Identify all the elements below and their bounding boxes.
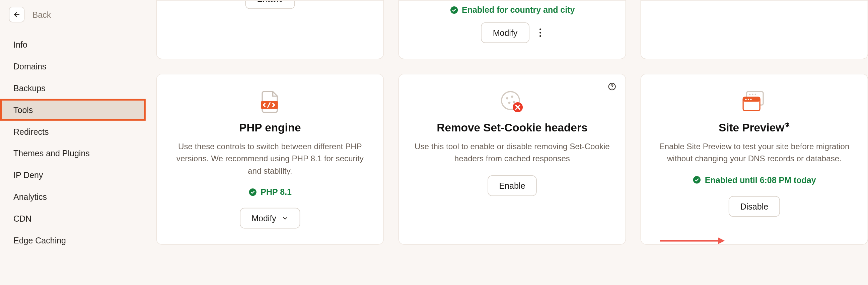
sidebar-item-cdn[interactable]: CDN bbox=[0, 208, 145, 230]
enable-button-partial[interactable]: Enable bbox=[245, 0, 295, 9]
partial-card-2: Enabled for country and city Modify bbox=[399, 0, 626, 59]
check-circle-icon bbox=[248, 188, 257, 197]
preview-title: Site Preview⚗ bbox=[719, 121, 790, 134]
check-circle-icon bbox=[692, 175, 702, 184]
sidebar-item-edgecaching[interactable]: Edge Caching bbox=[0, 230, 145, 252]
back-arrow-icon bbox=[13, 11, 21, 19]
back-nav: Back bbox=[0, 7, 145, 33]
svg-point-7 bbox=[506, 97, 508, 99]
php-status-text: PHP 8.1 bbox=[260, 188, 292, 197]
callout-arrow-icon bbox=[660, 237, 725, 244]
modify-row: Modify bbox=[481, 23, 543, 43]
sidebar-item-analytics[interactable]: Analytics bbox=[0, 186, 145, 208]
card-php-engine: PHP engine Use these controls to switch … bbox=[156, 74, 384, 245]
svg-point-5 bbox=[612, 88, 612, 88]
php-modify-label: Modify bbox=[251, 213, 276, 223]
card-site-preview: Site Preview⚗ Enable Site Preview to tes… bbox=[641, 74, 868, 245]
cookie-remove-icon bbox=[500, 90, 524, 113]
sidebar-item-redirects[interactable]: Redirects bbox=[0, 121, 145, 142]
partial-card-1: Enable bbox=[156, 0, 384, 59]
modify-button-geo[interactable]: Modify bbox=[481, 23, 529, 43]
site-preview-icon bbox=[741, 90, 768, 113]
main-content: Enable Enabled for country and city Modi… bbox=[145, 0, 868, 285]
cookie-desc: Use this tool to enable or disable remov… bbox=[412, 141, 612, 165]
sidebar-item-ipdeny[interactable]: IP Deny bbox=[0, 164, 145, 186]
php-status: PHP 8.1 bbox=[248, 188, 292, 197]
kebab-menu[interactable] bbox=[537, 26, 543, 39]
preview-status-text: Enabled until 6:08 PM today bbox=[705, 175, 816, 184]
svg-point-20 bbox=[750, 98, 751, 100]
svg-point-15 bbox=[755, 93, 756, 95]
partial-card-3 bbox=[641, 0, 868, 59]
sidebar-item-tools[interactable]: Tools bbox=[0, 99, 146, 121]
status-text: Enabled for country and city bbox=[462, 5, 575, 15]
svg-point-10 bbox=[513, 101, 515, 104]
php-file-icon bbox=[260, 90, 280, 113]
chevron-down-icon bbox=[282, 215, 288, 222]
sidebar-item-domains[interactable]: Domains bbox=[0, 55, 145, 77]
php-modify-button[interactable]: Modify bbox=[240, 208, 300, 229]
svg-point-9 bbox=[508, 102, 511, 104]
svg-point-8 bbox=[511, 95, 514, 98]
preview-disable-button[interactable]: Disable bbox=[729, 196, 780, 217]
svg-marker-23 bbox=[718, 237, 725, 244]
cookie-enable-button[interactable]: Enable bbox=[487, 175, 537, 196]
help-icon[interactable] bbox=[608, 82, 617, 91]
beta-flask-icon: ⚗ bbox=[784, 121, 790, 128]
preview-desc: Enable Site Preview to test your site be… bbox=[654, 141, 854, 165]
php-desc: Use these controls to switch between dif… bbox=[170, 141, 370, 177]
svg-point-14 bbox=[752, 93, 753, 95]
cookie-title: Remove Set-Cookie headers bbox=[437, 121, 587, 134]
sidebar: Back Info Domains Backups Tools Redirect… bbox=[0, 0, 145, 285]
svg-point-13 bbox=[749, 93, 750, 95]
svg-point-18 bbox=[745, 98, 746, 100]
sidebar-item-backups[interactable]: Backups bbox=[0, 77, 145, 99]
card-remove-cookie: Remove Set-Cookie headers Use this tool … bbox=[399, 74, 626, 245]
sidebar-item-info[interactable]: Info bbox=[0, 33, 145, 55]
back-label: Back bbox=[32, 10, 51, 19]
php-title: PHP engine bbox=[239, 121, 301, 134]
back-button[interactable] bbox=[9, 7, 25, 23]
sidebar-nav: Info Domains Backups Tools Redirects The… bbox=[0, 33, 145, 252]
preview-status: Enabled until 6:08 PM today bbox=[692, 175, 816, 184]
sidebar-item-themes[interactable]: Themes and Plugins bbox=[0, 142, 145, 164]
svg-point-19 bbox=[748, 98, 749, 100]
status-geolocation: Enabled for country and city bbox=[450, 5, 575, 15]
check-circle-icon bbox=[450, 5, 459, 15]
